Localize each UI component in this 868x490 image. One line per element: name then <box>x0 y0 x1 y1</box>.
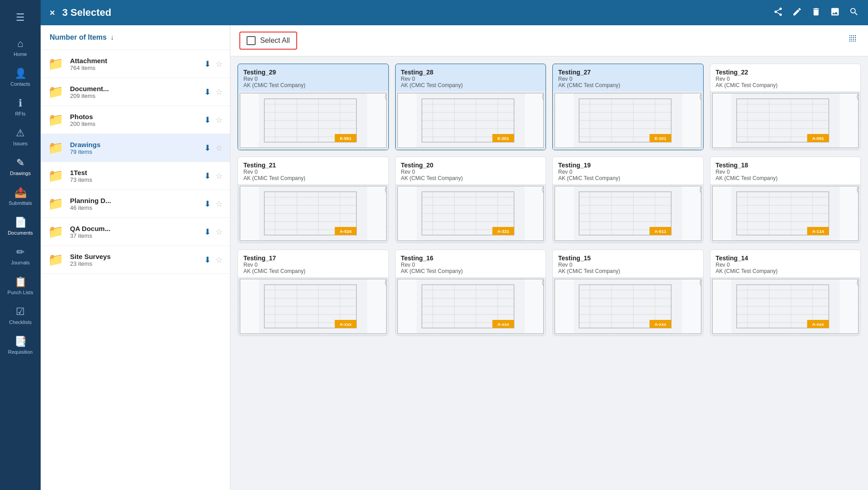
download-icon[interactable]: ⬇ <box>204 143 211 153</box>
nav-item-contacts[interactable]: 👤 Contacts <box>0 62 41 92</box>
star-icon[interactable]: ☆ <box>215 87 223 97</box>
left-navigation: ☰ ⌂ Home 👤 Contacts ℹ RFIs ⚠ Issues ✎ Dr… <box>0 0 41 490</box>
card-t15[interactable]: Testing_15 Rev 0 AK (CMiC Test Company) <box>552 250 704 336</box>
card-company: AK (CMiC Test Company) <box>558 175 698 181</box>
hamburger-menu[interactable]: ☰ <box>16 5 25 32</box>
download-icon[interactable]: ⬇ <box>204 255 211 265</box>
card-title: Testing_20 <box>401 162 541 169</box>
nav-item-documents[interactable]: 📄 Documents <box>0 211 41 241</box>
thumb-corner-icon: ⟨ <box>541 186 544 193</box>
nav-item-requisition[interactable]: 📑 Requisition <box>0 330 41 360</box>
folder-icon: 📁 <box>48 56 64 71</box>
card-company: AK (CMiC Test Company) <box>558 82 698 88</box>
sidebar-item-photos[interactable]: 📁 Photos 200 items ⬇ ☆ <box>41 106 230 134</box>
svg-text:A-524: A-524 <box>340 229 352 234</box>
download-icon[interactable]: ⬇ <box>204 87 211 97</box>
grid-view-icon[interactable] <box>848 34 859 47</box>
thumb-corner-icon: ⟨ <box>384 93 387 100</box>
nav-item-home[interactable]: ⌂ Home <box>0 32 41 62</box>
svg-text:A-xxx: A-xxx <box>812 322 824 327</box>
card-company: AK (CMiC Test Company) <box>243 175 383 181</box>
sidebar-item-1test[interactable]: 📁 1Test 73 items ⬇ ☆ <box>41 162 230 190</box>
download-icon[interactable]: ⬇ <box>204 59 211 69</box>
main-area: × 3 Selected Number of Items <box>41 0 868 490</box>
sidebar-item-planningd[interactable]: 📁 Planning D... 46 items ⬇ ☆ <box>41 190 230 218</box>
star-icon[interactable]: ☆ <box>215 171 223 181</box>
card-t29[interactable]: Testing_29 Rev 0 AK (CMiC Test Company) <box>238 64 389 150</box>
select-all-checkbox[interactable] <box>247 36 256 45</box>
card-t16[interactable]: Testing_16 Rev 0 AK (CMiC Test Company) <box>395 250 546 336</box>
card-t17[interactable]: Testing_17 Rev 0 AK (CMiC Test Company) <box>238 250 389 336</box>
item-actions: ⬇ ☆ <box>204 115 223 125</box>
thumb-corner-icon: ⟨ <box>541 93 544 100</box>
card-company: AK (CMiC Test Company) <box>716 82 855 88</box>
journals-icon: ✏ <box>16 246 24 258</box>
card-title: Testing_17 <box>243 254 383 262</box>
nav-item-punchlists[interactable]: 📋 Punch Lists <box>0 271 41 300</box>
item-count: 37 items <box>70 232 198 239</box>
item-name: Drawings <box>70 141 198 148</box>
card-rev: Rev 0 <box>401 262 541 268</box>
close-button[interactable]: × <box>50 8 55 18</box>
nav-item-issues[interactable]: ⚠ Issues <box>0 122 41 152</box>
card-rev: Rev 0 <box>243 262 383 268</box>
share-icon[interactable] <box>773 7 783 19</box>
card-t27[interactable]: Testing_27 Rev 0 AK (CMiC Test Company) <box>552 64 704 150</box>
sidebar-item-drawings[interactable]: 📁 Drawings 79 items ⬇ ☆ <box>41 134 230 162</box>
item-info: 1Test 73 items <box>70 169 198 183</box>
nav-item-submittals[interactable]: 📤 Submittals <box>0 181 41 211</box>
thumb-content: A-001 <box>712 93 859 148</box>
svg-text:A-xxx: A-xxx <box>497 322 509 327</box>
select-all-label: Select All <box>260 37 290 45</box>
select-all-button[interactable]: Select All <box>239 32 297 50</box>
thumb-corner-icon: ⟨ <box>384 279 387 286</box>
star-icon[interactable]: ☆ <box>215 59 223 69</box>
download-icon[interactable]: ⬇ <box>204 227 211 237</box>
star-icon[interactable]: ☆ <box>215 143 223 153</box>
item-info: Site Surveys 23 items <box>70 253 198 267</box>
item-info: Attachment 764 items <box>70 57 198 71</box>
item-actions: ⬇ ☆ <box>204 59 223 69</box>
item-name: Site Surveys <box>70 253 198 260</box>
download-icon[interactable]: ⬇ <box>204 199 211 209</box>
content-toolbar: Select All <box>230 25 868 56</box>
card-t22[interactable]: Testing_22 Rev 0 AK (CMiC Test Company) <box>710 64 861 150</box>
sidebar-item-qadocum[interactable]: 📁 QA Docum... 37 items ⬇ ☆ <box>41 218 230 246</box>
download-icon[interactable]: ⬇ <box>204 171 211 181</box>
star-icon[interactable]: ☆ <box>215 115 223 125</box>
svg-text:A-321: A-321 <box>497 229 509 234</box>
card-t20[interactable]: Testing_20 Rev 0 AK (CMiC Test Company) <box>395 157 546 243</box>
nav-label-requisition: Requisition <box>8 349 33 355</box>
item-actions: ⬇ ☆ <box>204 87 223 97</box>
card-company: AK (CMiC Test Company) <box>401 268 541 274</box>
card-rev: Rev 0 <box>558 169 698 175</box>
nav-item-drawings[interactable]: ✎ Drawings <box>0 152 41 181</box>
item-name: Photos <box>70 113 198 120</box>
image-icon[interactable] <box>830 7 840 19</box>
card-thumbnail: A-xxx ⟨ <box>396 277 546 336</box>
nav-item-journals[interactable]: ✏ Journals <box>0 241 41 271</box>
card-t19[interactable]: Testing_19 Rev 0 AK (CMiC Test Company) <box>552 157 704 243</box>
card-t14[interactable]: Testing_14 Rev 0 AK (CMiC Test Company) <box>710 250 861 336</box>
star-icon[interactable]: ☆ <box>215 227 223 237</box>
sidebar-item-attachment[interactable]: 📁 Attachment 764 items ⬇ ☆ <box>41 50 230 78</box>
folder-icon: 📁 <box>48 252 64 267</box>
delete-icon[interactable] <box>811 7 821 19</box>
search-icon[interactable] <box>849 7 859 19</box>
card-title: Testing_19 <box>558 162 698 169</box>
nav-item-checklists[interactable]: ☑ Checklists <box>0 300 41 330</box>
card-t18[interactable]: Testing_18 Rev 0 AK (CMiC Test Company) <box>710 157 861 243</box>
nav-item-rfis[interactable]: ℹ RFIs <box>0 92 41 122</box>
sidebar-item-sitesurveys[interactable]: 📁 Site Surveys 23 items ⬇ ☆ <box>41 246 230 274</box>
card-title: Testing_22 <box>716 69 855 76</box>
card-header: Testing_28 Rev 0 AK (CMiC Test Company) <box>396 64 546 91</box>
card-t21[interactable]: Testing_21 Rev 0 AK (CMiC Test Company) <box>238 157 389 243</box>
card-t28[interactable]: Testing_28 Rev 0 AK (CMiC Test Company) <box>395 64 546 150</box>
download-icon[interactable]: ⬇ <box>204 115 211 125</box>
star-icon[interactable]: ☆ <box>215 199 223 209</box>
star-icon[interactable]: ☆ <box>215 255 223 265</box>
sidebar-header-title: Number of Items <box>50 33 107 42</box>
sidebar-item-document[interactable]: 📁 Document... 209 items ⬇ ☆ <box>41 78 230 106</box>
sort-icon[interactable]: ↓ <box>110 33 114 42</box>
edit-icon[interactable] <box>792 7 802 19</box>
